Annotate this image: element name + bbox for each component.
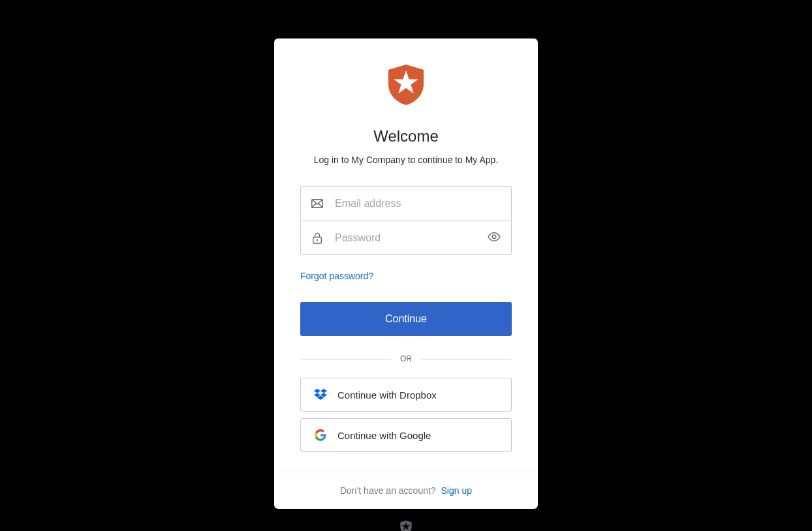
email-input[interactable] xyxy=(335,198,501,209)
lock-icon xyxy=(311,232,323,244)
svg-marker-4 xyxy=(314,389,320,393)
page-subtitle: Log in to My Company to continue to My A… xyxy=(314,155,499,165)
card-footer: Don't have an account? Sign up xyxy=(274,472,538,509)
svg-point-3 xyxy=(492,235,495,238)
shield-star-icon xyxy=(388,65,424,108)
continue-button[interactable]: Continue xyxy=(300,302,512,336)
shield-star-icon xyxy=(400,521,412,531)
page-title: Welcome xyxy=(373,127,439,145)
login-card: Welcome Log in to My Company to continue… xyxy=(274,38,538,509)
brand-logo xyxy=(388,65,424,108)
continue-with-dropbox-button[interactable]: Continue with Dropbox xyxy=(300,378,512,412)
divider-label: OR xyxy=(400,354,412,363)
toggle-password-visibility-button[interactable] xyxy=(488,232,501,243)
mail-icon xyxy=(311,198,323,209)
google-icon xyxy=(314,429,327,442)
divider-line-right xyxy=(421,359,512,359)
footer-prompt: Don't have an account? xyxy=(340,485,436,496)
password-row xyxy=(301,220,511,254)
dropbox-button-label: Continue with Dropbox xyxy=(337,389,437,401)
card-main: Welcome Log in to My Company to continue… xyxy=(274,38,538,472)
eye-icon xyxy=(488,232,501,243)
email-row xyxy=(301,187,511,220)
forgot-password-link[interactable]: Forgot password? xyxy=(300,271,373,281)
google-button-label: Continue with Google xyxy=(337,430,431,441)
credentials-group xyxy=(300,186,512,255)
auth-provider-badge xyxy=(400,521,412,531)
svg-point-2 xyxy=(317,239,318,240)
svg-marker-5 xyxy=(320,389,327,393)
signup-link[interactable]: Sign up xyxy=(441,485,472,496)
continue-with-google-button[interactable]: Continue with Google xyxy=(300,418,512,452)
password-input[interactable] xyxy=(335,232,488,244)
divider: OR xyxy=(300,354,512,363)
dropbox-icon xyxy=(314,388,327,401)
divider-line-left xyxy=(300,359,391,359)
